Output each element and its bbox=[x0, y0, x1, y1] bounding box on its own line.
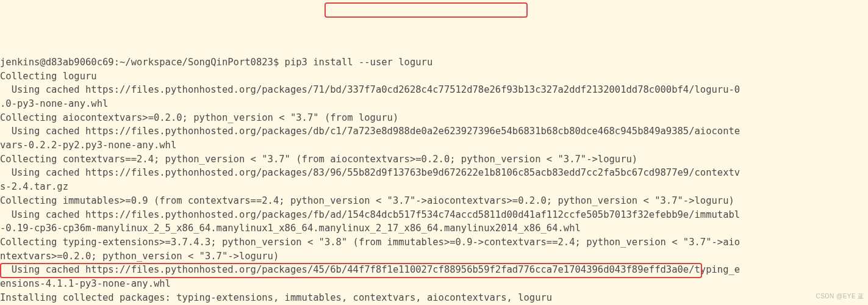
output-line: Collecting aiocontextvars>=0.2.0; python… bbox=[0, 112, 398, 123]
output-line: Collecting immutables>=0.9 (from context… bbox=[0, 195, 734, 206]
output-line: Collecting contextvars==2.4; python_vers… bbox=[0, 154, 637, 165]
output-line: Using cached https://files.pythonhosted.… bbox=[0, 126, 740, 137]
output-line: ensions-4.1.1-py3-none-any.whl bbox=[0, 278, 171, 289]
output-line: Using cached https://files.pythonhosted.… bbox=[0, 264, 740, 275]
output-line: .0-py3-none-any.whl bbox=[0, 98, 108, 109]
output-line: vars-0.2.2-py2.py3-none-any.whl bbox=[0, 140, 176, 151]
output-line: Collecting loguru bbox=[0, 71, 97, 82]
typed-command: pip3 install --user loguru bbox=[279, 57, 432, 68]
output-line: ntextvars>=0.2.0; python_version < "3.7"… bbox=[0, 251, 279, 262]
output-line: Installing collected packages: typing-ex… bbox=[0, 292, 552, 303]
output-line: Collecting typing-extensions>=3.7.4.3; p… bbox=[0, 237, 740, 248]
terminal-output[interactable]: jenkins@d83ab9060c69:~/workspace/SongQin… bbox=[0, 56, 868, 305]
output-line: Using cached https://files.pythonhosted.… bbox=[0, 209, 740, 220]
watermark-text: CSDN @EYE 蓝 bbox=[816, 290, 864, 304]
highlight-box-command bbox=[325, 2, 528, 18]
output-line: Using cached https://files.pythonhosted.… bbox=[0, 84, 740, 95]
shell-prompt: jenkins@d83ab9060c69:~/workspace/SongQin… bbox=[0, 57, 279, 68]
output-line: Using cached https://files.pythonhosted.… bbox=[0, 167, 740, 178]
output-line: -0.19-cp36-cp36m-manylinux_2_5_x86_64.ma… bbox=[0, 223, 581, 234]
output-line: s-2.4.tar.gz bbox=[0, 181, 68, 192]
